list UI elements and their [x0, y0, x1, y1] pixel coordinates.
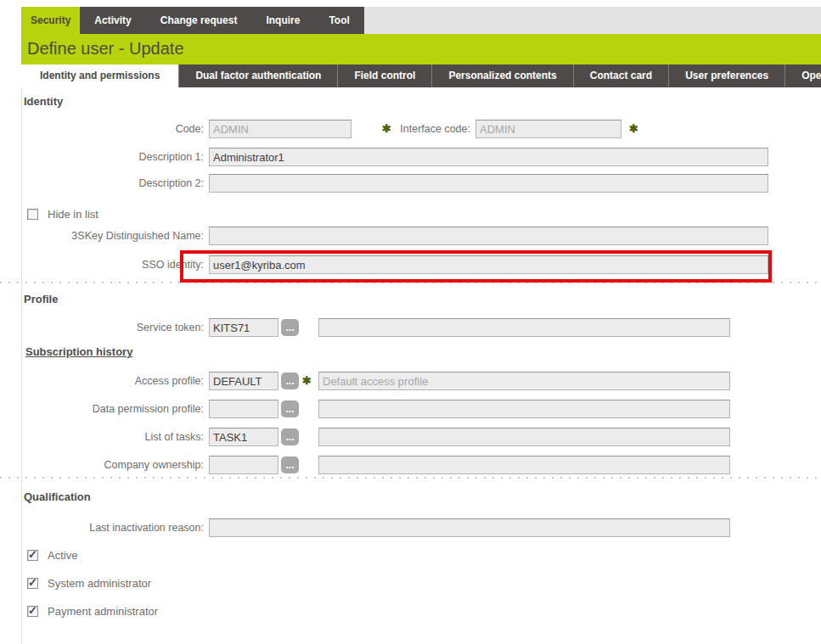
service-token-row: Service token: ...: [0, 317, 821, 338]
menu-item-change-request[interactable]: Change request: [146, 7, 252, 34]
hide-in-list-row: Hide in list: [27, 206, 98, 221]
check-icon: ✓: [28, 606, 37, 615]
data-permission-row: Data permission profile: ...: [0, 399, 821, 419]
service-token-label: Service token:: [0, 317, 204, 338]
last-inactivation-row: Last inactivation reason:: [0, 518, 821, 538]
company-ownership-lookup-button[interactable]: ...: [281, 456, 299, 473]
subscription-history-link[interactable]: Subscription history: [25, 345, 132, 358]
description2-label: Description 2:: [0, 173, 204, 193]
active-checkbox[interactable]: ✓: [27, 550, 38, 561]
interface-code-input[interactable]: [475, 120, 621, 138]
interface-code-label: Interface code:: [363, 119, 470, 139]
hide-in-list-label: Hide in list: [48, 208, 98, 221]
payment-admin-label: Payment administrator: [48, 605, 158, 618]
list-of-tasks-row: List of tasks: ...: [0, 427, 821, 447]
menu-item-inquire[interactable]: Inquire: [251, 7, 314, 34]
content-left-border: [21, 87, 22, 644]
hide-in-list-checkbox[interactable]: [27, 209, 38, 220]
service-token-description: [318, 318, 730, 337]
tab-field-control[interactable]: Field control: [337, 64, 431, 87]
section-qualification: Qualification: [24, 490, 91, 503]
system-admin-checkbox[interactable]: ✓: [27, 578, 38, 589]
required-icon: ✱: [302, 374, 312, 387]
menu-group: Activity Change request Inquire Tool: [80, 7, 364, 34]
code-input[interactable]: [209, 120, 351, 138]
required-icon: ✱: [629, 122, 638, 135]
tab-personalized-contents[interactable]: Personalized contents: [431, 64, 572, 87]
section-divider: [0, 282, 821, 283]
last-inactivation-label: Last inactivation reason:: [0, 518, 204, 538]
tab-open[interactable]: Open: [784, 64, 821, 87]
menu-filler: [364, 7, 821, 34]
description1-label: Description 1:: [0, 147, 204, 167]
sskey-row: 3SKey Distinguished Name:: [0, 226, 821, 246]
access-profile-label: Access profile:: [0, 371, 204, 391]
access-profile-input[interactable]: [209, 372, 278, 390]
list-of-tasks-description: [318, 428, 730, 446]
section-identity: Identity: [24, 95, 63, 108]
description1-input[interactable]: [209, 148, 768, 166]
menu-item-tool[interactable]: Tool: [314, 7, 363, 34]
define-user-page: Security Activity Change request Inquire…: [0, 0, 821, 644]
tab-identity-and-permissions[interactable]: Identity and permissions: [21, 64, 178, 87]
menu-item-activity[interactable]: Activity: [80, 7, 145, 34]
description1-row: Description 1:: [0, 147, 821, 167]
service-token-lookup-button[interactable]: ...: [281, 319, 299, 336]
sskey-label: 3SKey Distinguished Name:: [0, 226, 204, 246]
payment-admin-row: ✓ Payment administrator: [27, 603, 158, 619]
payment-admin-checkbox[interactable]: ✓: [27, 606, 38, 617]
company-ownership-description: [318, 456, 730, 474]
tab-bar: Identity and permissions Dual factor aut…: [21, 64, 821, 87]
data-permission-lookup-button[interactable]: ...: [281, 400, 299, 417]
system-admin-row: ✓ System administrator: [27, 575, 151, 591]
list-of-tasks-label: List of tasks:: [0, 427, 204, 447]
menu-item-security[interactable]: Security: [21, 7, 80, 34]
access-profile-description: [318, 372, 730, 390]
active-label: Active: [48, 549, 77, 562]
data-permission-input[interactable]: [209, 400, 278, 418]
sso-identity-input[interactable]: [209, 255, 768, 274]
check-icon: ✓: [28, 550, 37, 559]
section-divider: [0, 477, 821, 479]
tab-user-preferences[interactable]: User preferences: [668, 64, 784, 87]
system-admin-label: System administrator: [48, 577, 151, 590]
list-of-tasks-input[interactable]: [209, 428, 278, 446]
sso-identity-label: SSO identity:: [0, 255, 204, 275]
list-of-tasks-lookup-button[interactable]: ...: [281, 428, 299, 445]
data-permission-description: [318, 400, 730, 418]
check-icon: ✓: [28, 578, 37, 587]
sso-identity-row: SSO identity:: [0, 255, 821, 275]
last-inactivation-input[interactable]: [209, 518, 730, 537]
service-token-input[interactable]: [209, 318, 278, 337]
access-profile-lookup-button[interactable]: ...: [281, 372, 299, 389]
title-bar: Define user - Update: [21, 34, 821, 64]
tab-dual-factor-authentication[interactable]: Dual factor authentication: [178, 64, 337, 87]
company-ownership-input[interactable]: [209, 456, 278, 474]
company-ownership-row: Company ownership: ...: [0, 455, 821, 475]
section-profile: Profile: [24, 293, 58, 305]
description2-row: Description 2:: [0, 173, 821, 193]
tab-contact-card[interactable]: Contact card: [573, 64, 668, 87]
code-label: Code:: [0, 119, 204, 139]
data-permission-label: Data permission profile:: [0, 399, 204, 419]
page-title: Define user - Update: [21, 34, 821, 64]
access-profile-row: Access profile: ... ✱: [0, 371, 821, 391]
company-ownership-label: Company ownership:: [0, 455, 204, 475]
description2-input[interactable]: [209, 174, 768, 193]
main-menu: Security Activity Change request Inquire…: [21, 7, 821, 34]
sskey-input[interactable]: [209, 227, 768, 245]
code-row: Code: ✱ Interface code: ✱: [0, 119, 821, 139]
active-row: ✓ Active: [27, 547, 77, 563]
